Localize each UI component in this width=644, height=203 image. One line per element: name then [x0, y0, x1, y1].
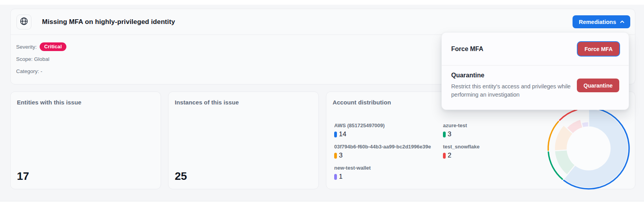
- donut-hole: [567, 126, 611, 170]
- instances-card: Instances of this issue 25: [168, 91, 319, 189]
- legend-color-chip: [443, 153, 446, 159]
- quarantine-texts: Quarantine Restrict this entity's access…: [451, 72, 577, 99]
- legend-item[interactable]: azure-test3: [443, 123, 529, 138]
- legend-color-chip: [334, 153, 337, 159]
- chevron-up-icon: [620, 19, 625, 24]
- legend-value-row: 14: [334, 130, 443, 138]
- remediations-dropdown: Force MFA Force MFA Quarantine Restrict …: [441, 32, 629, 110]
- legend-value-row: 2: [443, 152, 529, 159]
- quarantine-button[interactable]: Quarantine: [577, 79, 619, 92]
- legend-value: 14: [339, 130, 346, 138]
- legend-color-chip: [443, 132, 446, 137]
- force-mfa-button[interactable]: Force MFA: [578, 42, 619, 56]
- legend-label: AWS (851725497009): [334, 123, 443, 128]
- severity-label: Severity:: [16, 44, 37, 50]
- legend-color-chip: [334, 174, 337, 180]
- severity-badge: Critical: [40, 42, 67, 51]
- legend-item[interactable]: 03f794b6-f60b-44b3-aa99-bc2d1996e39e3: [334, 144, 443, 159]
- remediations-button[interactable]: Remediations: [573, 15, 630, 28]
- legend-value-row: 3: [443, 130, 529, 138]
- remediations-button-label: Remediations: [579, 19, 616, 25]
- instances-card-title: Instances of this issue: [175, 99, 239, 106]
- legend-label: new-test-wallet: [334, 165, 443, 171]
- legend-value-row: 3: [334, 152, 443, 159]
- severity-row: Severity: Critical: [16, 42, 66, 51]
- legend-value: 3: [448, 130, 451, 138]
- legend-label: azure-test: [443, 123, 529, 128]
- legend-value: 3: [339, 152, 342, 159]
- account-distribution-donut-chart: [536, 95, 642, 201]
- legend-value-row: 1: [334, 173, 443, 181]
- quarantine-description: Restrict this entity's access and privil…: [451, 82, 577, 99]
- page-title: Missing MFA on highly-privileged identit…: [42, 18, 175, 26]
- legend-item[interactable]: test_snowflake2: [443, 144, 529, 159]
- entities-card-title: Entities with this issue: [17, 99, 81, 106]
- donut-outer-arc: [560, 110, 577, 120]
- entities-count: 17: [17, 170, 29, 183]
- account-distribution-title: Account distribution: [333, 99, 391, 106]
- quarantine-title: Quarantine: [451, 72, 577, 79]
- remediation-item-force-mfa: Force MFA Force MFA: [442, 33, 629, 66]
- legend-color-chip: [334, 132, 337, 137]
- instances-count: 25: [175, 170, 187, 183]
- force-mfa-title: Force MFA: [451, 46, 483, 53]
- category-row: Category: -: [16, 67, 66, 75]
- legend-item[interactable]: AWS (851725497009)14: [334, 123, 443, 138]
- account-distribution-legend: AWS (851725497009)14azure-test303f794b6-…: [334, 123, 529, 181]
- legend-value: 1: [339, 173, 342, 181]
- legend-label: test_snowflake: [443, 144, 529, 150]
- issue-meta: Severity: Critical Scope: Global Categor…: [16, 42, 66, 79]
- globe-icon-box: [16, 15, 31, 29]
- legend-label: 03f794b6-f60b-44b3-aa99-bc2d1996e39e: [334, 144, 443, 150]
- issue-header: Missing MFA on highly-privileged identit…: [11, 9, 635, 35]
- globe-icon: [19, 16, 29, 27]
- remediation-item-quarantine: Quarantine Restrict this entity's access…: [442, 66, 629, 99]
- legend-value: 2: [448, 152, 451, 159]
- scope-row: Scope: Global: [16, 55, 66, 63]
- legend-item[interactable]: new-test-wallet1: [334, 165, 443, 181]
- entities-card: Entities with this issue 17: [10, 91, 161, 189]
